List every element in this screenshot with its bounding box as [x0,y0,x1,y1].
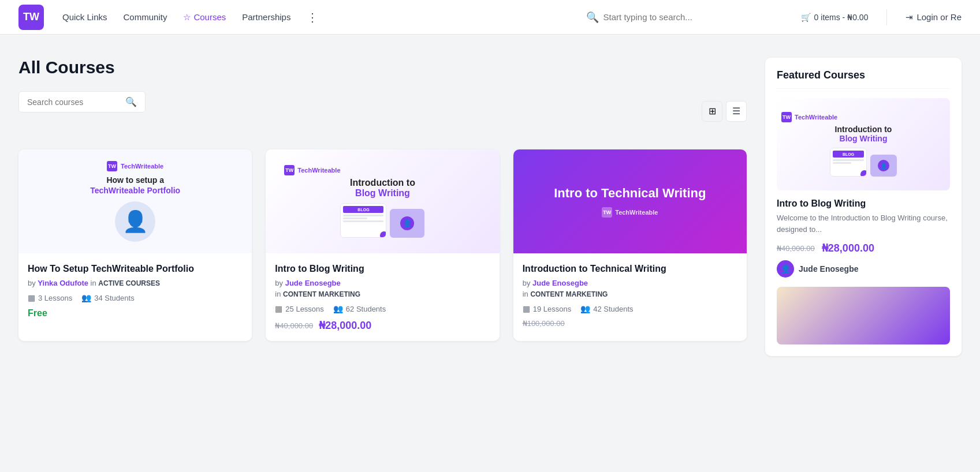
technical-brand-logo: TW [602,207,612,218]
portfolio-brand-logo: TW [107,161,117,171]
nav-courses[interactable]: ☆ Courses [183,12,226,23]
navbar-search: 🔍 [586,11,782,24]
nav-quick-links[interactable]: Quick Links [62,12,107,22]
course-card-blog[interactable]: TW TechWriteable Introduction toBlog Wri… [266,149,499,341]
nav-partnerships[interactable]: Partnerships [242,12,290,22]
featured-price-original: ₦40,000.00 [777,244,815,253]
portfolio-avatar: 👤 [115,201,155,242]
navbar: TW Quick Links Community ☆ Courses Partn… [0,0,980,35]
search-view-row: 🔍 ⊞ ☰ [18,91,747,131]
course-category: in CONTENT MARKETING [275,290,490,298]
students-icon: 👥 [81,293,91,302]
navbar-search-input[interactable] [603,12,782,22]
course-name: How To Setup TechWriteable Portfolio [28,263,243,275]
course-name: Intro to Blog Writing [275,263,490,275]
blog-person-icon: 👤 [400,216,414,230]
cart-button[interactable]: 🛒 0 items - ₦0.00 [801,13,869,22]
star-icon: ☆ [183,12,191,23]
featured-price-current: ₦28,000.00 [822,242,874,254]
course-card-technical[interactable]: Intro to Technical Writing TW TechWritea… [513,149,747,341]
blog-line-3 [343,220,383,222]
blog-mockup: BLOG 👤 [340,203,424,238]
featured-price-row: ₦40,000.00 ₦28,000.00 [777,242,950,254]
blog-thumb-title: Introduction toBlog Writing [350,178,415,198]
featured-panel: Featured Courses TW TechWriteable Introd… [765,58,962,356]
course-price: ₦40,000.00 ₦28,000.00 [275,319,490,332]
blog-line-1 [343,215,383,216]
featured-screen: BLOG [830,148,867,177]
search-bar-icon: 🔍 [125,96,137,107]
price-free: Free [28,308,47,319]
course-author: by Jude Enosegbe [523,279,737,287]
course-stats: ▦ 25 Lessons 👥 62 Students [275,304,490,313]
featured-blog-illustration: TW TechWriteable Introduction toBlog Wri… [777,107,950,181]
blog-brand-logo: TW [284,165,295,175]
courses-grid: TW TechWriteable How to setup aTechWrite… [18,149,747,341]
lessons-stat: ▦ 3 Lessons [28,293,72,302]
nav-community[interactable]: Community [124,12,167,22]
navbar-divider [886,9,887,25]
featured-person-icon: 👤 [878,160,889,171]
featured-screen2: 👤 [870,155,897,177]
featured-dot [860,170,867,177]
technical-thumb-title: Intro to Technical Writing [554,185,706,202]
featured-course-thumb: TW TechWriteable Introduction toBlog Wri… [777,98,950,190]
featured-title: Featured Courses [777,69,950,89]
more-icon[interactable]: ⋮ [307,10,318,24]
blog-screen-header: BLOG [343,206,383,213]
course-category: in CONTENT MARKETING [523,290,737,298]
featured-thumb-title: Introduction toBlog Writing [835,125,892,143]
course-stats: ▦ 3 Lessons 👥 34 Students [28,293,243,302]
grid-icon: ⊞ [709,106,716,117]
featured-brand: TW TechWriteable [781,112,837,122]
grid-view-button[interactable]: ⊞ [702,101,722,122]
list-icon: ☰ [732,106,740,117]
blog-brand: TW TechWriteable [284,165,340,175]
technical-illustration: Intro to Technical Writing TW TechWritea… [545,149,715,253]
price-original: ₦100,000.00 [523,319,565,328]
featured-brand-logo: TW [781,112,792,122]
lessons-icon: ▦ [28,293,35,302]
course-author: by Yinka Odufote in ACTIVE COURSES [28,279,243,287]
lessons-icon: ▦ [523,304,530,313]
course-thumb-blog: TW TechWriteable Introduction toBlog Wri… [266,149,499,253]
nav-links: Quick Links Community ☆ Courses Partners… [62,10,568,24]
search-bar: 🔍 [18,91,146,113]
search-input[interactable] [27,98,121,107]
login-button[interactable]: ⇥ Login or Re [906,12,962,23]
featured-screen-header: BLOG [833,151,864,158]
main-wrapper: All Courses 🔍 ⊞ ☰ [0,35,980,379]
featured-description: Welcome to the Introduction to Blog Writ… [777,212,950,235]
blog-screen2: 👤 [390,209,424,238]
course-card-portfolio[interactable]: TW TechWriteable How to setup aTechWrite… [18,149,252,341]
blog-screen: BLOG [340,203,386,238]
login-icon: ⇥ [906,12,913,23]
site-logo[interactable]: TW [18,5,44,30]
featured-author: 👤 Jude Enosegbe [777,260,950,278]
students-stat: 👥 34 Students [81,293,134,302]
course-stats: ▦ 19 Lessons 👥 42 Students [523,304,737,313]
course-name: Introduction to Technical Writing [523,263,737,275]
lessons-stat: ▦ 25 Lessons [275,304,324,313]
list-view-button[interactable]: ☰ [726,101,747,122]
price-current: ₦28,000.00 [319,319,371,332]
course-thumb-technical: Intro to Technical Writing TW TechWritea… [513,149,747,253]
price-original: ₦40,000.00 [275,321,313,330]
portfolio-brand: TW TechWriteable [107,161,163,171]
blog-illustration: TW TechWriteable Introduction toBlog Wri… [266,158,499,245]
page-title: All Courses [18,58,747,77]
portfolio-illustration: TW TechWriteable How to setup aTechWrite… [83,154,187,249]
author-name: Jude Enosegbe [799,264,858,274]
lessons-icon: ▦ [275,304,282,313]
students-icon: 👥 [333,304,343,313]
featured-course-name: Intro to Blog Writing [777,198,950,209]
course-thumb-portfolio: TW TechWriteable How to setup aTechWrite… [18,149,252,253]
cart-icon: 🛒 [801,13,811,22]
blog-dot [380,231,386,238]
courses-section: All Courses 🔍 ⊞ ☰ [18,58,747,341]
students-stat: 👥 42 Students [580,304,633,313]
course-info-portfolio: How To Setup TechWriteable Portfolio by … [18,253,252,328]
course-price: Free [28,308,243,319]
sidebar: Featured Courses TW TechWriteable Introd… [765,58,962,356]
portfolio-thumb-title: How to setup aTechWriteable Portfolio [90,175,180,196]
